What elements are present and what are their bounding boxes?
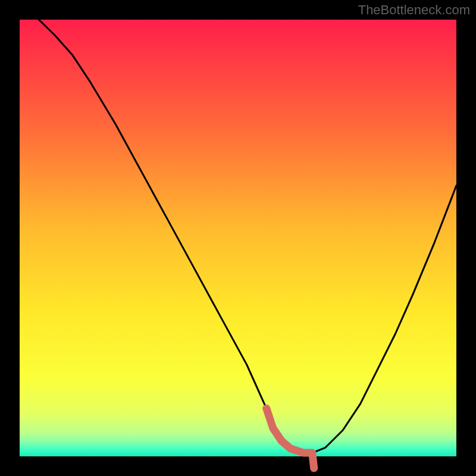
gradient-background xyxy=(20,20,456,456)
chart-root: TheBottleneck.com xyxy=(0,0,476,476)
chart-svg xyxy=(0,0,476,476)
watermark-text: TheBottleneck.com xyxy=(358,2,470,18)
